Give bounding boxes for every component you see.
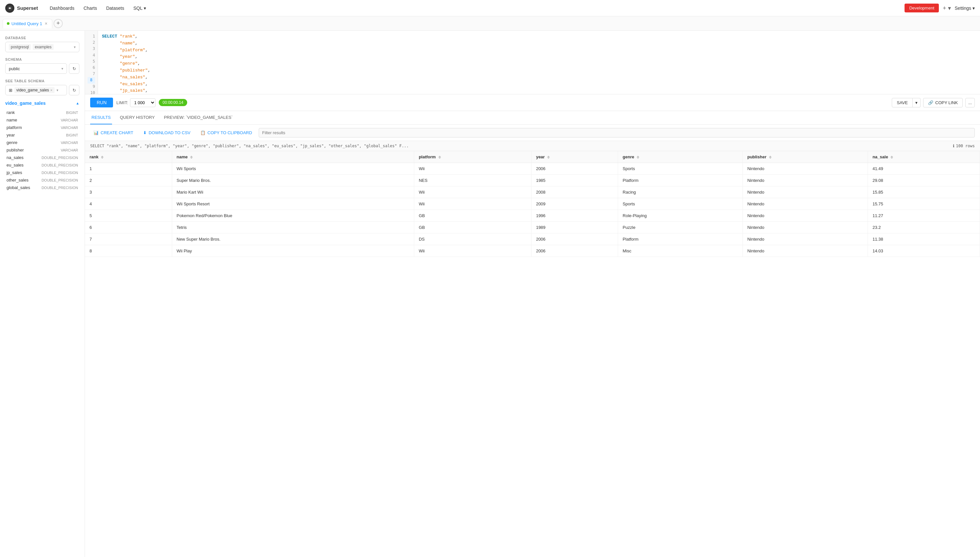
cell-year: 2006 <box>531 163 618 175</box>
query-tab[interactable]: Untitled Query 1 × <box>3 19 52 28</box>
cell-genre: Platform <box>618 175 743 186</box>
copy-clipboard-label: COPY TO CLIPBOARD <box>207 130 252 135</box>
brand-logo[interactable]: Superset <box>5 3 38 13</box>
column-item: name VARCHAR <box>5 117 79 124</box>
nav-dashboards[interactable]: Dashboards <box>46 3 78 13</box>
download-icon: ⬇ <box>143 130 147 135</box>
table-row: 1Wii SportsWii2006SportsNintendo41.49 <box>85 163 980 175</box>
code-editor[interactable]: 1 2 3 4 5 6 7 8 9 10 11 12 SELECT "rank"… <box>85 31 980 94</box>
column-name: name <box>7 117 17 122</box>
schema-section: SCHEMA public ▾ ↻ <box>5 57 79 74</box>
cell-na_sale: 15.75 <box>867 198 980 210</box>
code-line-2: "name", <box>102 40 976 47</box>
cell-publisher: Nintendo <box>742 233 867 245</box>
table-select[interactable]: ⊞ video_game_sales × ▾ <box>5 85 67 95</box>
line-num-8: 8 <box>88 77 95 83</box>
table-row: 8Wii PlayWii2006MiscNintendo14.03 <box>85 245 980 257</box>
th-name-label: name <box>177 155 188 159</box>
table-refresh-button[interactable]: ↻ <box>69 85 79 95</box>
copy-link-button[interactable]: 🔗 COPY LINK <box>923 98 963 107</box>
cell-platform: Wii <box>414 198 531 210</box>
cell-rank: 1 <box>85 163 172 175</box>
th-na-sales[interactable]: na_sale <box>867 151 980 163</box>
column-type: DOUBLE_PRECISION <box>41 156 78 160</box>
rows-count: 100 rows <box>956 144 975 148</box>
column-name: eu_sales <box>7 163 23 168</box>
save-dropdown-button[interactable]: ▾ <box>913 98 921 107</box>
th-year-label: year <box>536 155 545 159</box>
timer-badge: 00:00:00.14 <box>159 99 187 106</box>
limit-select[interactable]: 1 000 5 000 10 000 <box>130 98 155 107</box>
line-num-5: 5 <box>93 59 95 65</box>
filter-results-input[interactable] <box>259 128 975 137</box>
cell-year: 2006 <box>531 245 618 257</box>
tab-results[interactable]: RESULTS <box>90 111 112 124</box>
sort-icon-name <box>190 156 193 159</box>
schema-value: public <box>9 66 20 71</box>
cell-na_sale: 41.49 <box>867 163 980 175</box>
schema-select[interactable]: public ▾ <box>5 64 67 74</box>
cell-name: Wii Sports <box>172 163 414 175</box>
th-rank-label: rank <box>90 155 98 159</box>
columns-section-title[interactable]: video_game_sales ▲ <box>5 101 79 106</box>
column-name: year <box>7 133 15 137</box>
column-type: VARCHAR <box>61 118 78 122</box>
schema-label: SCHEMA <box>5 57 79 61</box>
save-button[interactable]: SAVE <box>892 98 913 107</box>
table-row: 2Super Mario Bros.NES1985PlatformNintend… <box>85 175 980 186</box>
th-year[interactable]: year <box>531 151 618 163</box>
cell-na_sale: 23.2 <box>867 221 980 233</box>
cell-publisher: Nintendo <box>742 163 867 175</box>
tab-bar: Untitled Query 1 × + <box>0 16 980 31</box>
cell-rank: 3 <box>85 186 172 198</box>
code-content[interactable]: SELECT "rank", "name", "platform", "year… <box>98 31 980 94</box>
copy-clipboard-button[interactable]: 📋 COPY TO CLIPBOARD <box>197 128 256 137</box>
cell-publisher: Nintendo <box>742 186 867 198</box>
cell-genre: Misc <box>618 245 743 257</box>
code-line-1: SELECT "rank", <box>102 33 976 40</box>
tab-query-history[interactable]: QUERY HISTORY <box>119 111 156 124</box>
limit-section: LIMIT: 1 000 5 000 10 000 <box>116 98 155 107</box>
cell-genre: Role-Playing <box>618 210 743 221</box>
cell-platform: GB <box>414 210 531 221</box>
tab-close-button[interactable]: × <box>44 21 48 26</box>
th-platform[interactable]: platform <box>414 151 531 163</box>
cell-na_sale: 11.38 <box>867 233 980 245</box>
cell-na_sale: 11.27 <box>867 210 980 221</box>
cell-na_sale: 29.08 <box>867 175 980 186</box>
settings-button[interactable]: Settings ▾ <box>955 6 975 11</box>
table-tag-remove-icon[interactable]: × <box>50 88 52 92</box>
cell-publisher: Nintendo <box>742 245 867 257</box>
rows-icon: ℹ <box>953 144 954 148</box>
th-publisher[interactable]: publisher <box>742 151 867 163</box>
nav-sql[interactable]: SQL ▾ <box>129 3 150 13</box>
column-name: genre <box>7 140 17 145</box>
column-name: rank <box>7 110 15 115</box>
download-csv-button[interactable]: ⬇ DOWNLOAD TO CSV <box>140 128 194 137</box>
nav-charts[interactable]: Charts <box>80 3 101 13</box>
column-type: DOUBLE_PRECISION <box>41 178 78 182</box>
schema-refresh-button[interactable]: ↻ <box>69 64 79 74</box>
cell-publisher: Nintendo <box>742 221 867 233</box>
column-item: publisher VARCHAR <box>5 147 79 153</box>
th-name[interactable]: name <box>172 151 414 163</box>
cell-na_sale: 15.85 <box>867 186 980 198</box>
th-genre[interactable]: genre <box>618 151 743 163</box>
add-tab-button[interactable]: + <box>54 19 63 28</box>
cell-genre: Platform <box>618 233 743 245</box>
database-section: DATABASE postgresql examples ▾ <box>5 36 79 52</box>
rows-badge: ℹ 100 rows <box>953 144 975 148</box>
environment-badge[interactable]: Development <box>905 3 939 12</box>
copy-link-label: COPY LINK <box>935 100 958 105</box>
add-button[interactable]: + ▾ <box>943 5 951 12</box>
more-options-button[interactable]: ... <box>965 98 975 107</box>
data-table: rank name platform <box>85 151 980 257</box>
nav-datasets[interactable]: Datasets <box>102 3 128 13</box>
run-button[interactable]: RUN <box>90 98 113 107</box>
tab-preview[interactable]: PREVIEW: `VIDEO_GAME_SALES` <box>163 111 234 124</box>
create-chart-button[interactable]: 📊 CREATE CHART <box>90 128 137 137</box>
th-rank[interactable]: rank <box>85 151 172 163</box>
table-tag-value: video_game_sales <box>16 88 49 93</box>
cell-name: Super Mario Bros. <box>172 175 414 186</box>
database-select[interactable]: postgresql examples ▾ <box>5 42 79 52</box>
